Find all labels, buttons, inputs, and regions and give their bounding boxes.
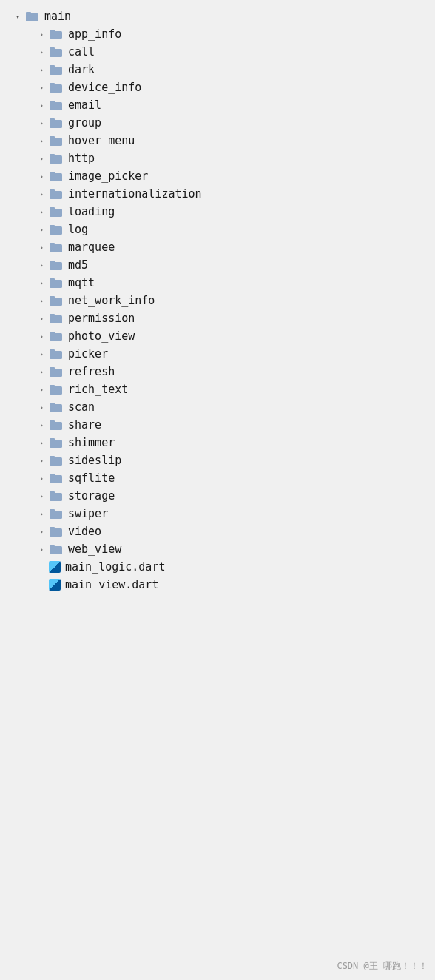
tree-item-hover-menu[interactable]: hover_menu [0, 132, 435, 150]
item-label-main: main [44, 10, 71, 23]
chevron-icon-7 [36, 152, 47, 164]
folder-icon-22 [49, 419, 64, 431]
watermark: CSDN @王 哪跑！！！ [337, 960, 428, 973]
svg-rect-7 [50, 65, 55, 68]
folder-icon-19 [49, 366, 64, 377]
dart-icon-30 [49, 561, 61, 573]
folder-icon-14 [49, 277, 64, 289]
item-label-7: http [68, 152, 95, 165]
item-label-13: md5 [68, 258, 88, 272]
tree-item-permission[interactable]: permission [0, 309, 435, 327]
chevron-icon-1 [36, 46, 47, 58]
tree-item-sideslip[interactable]: sideslip [0, 452, 435, 469]
tree-item-main[interactable]: main [0, 7, 435, 25]
chevron-icon-0 [36, 28, 47, 40]
item-label-31: main_view.dart [65, 578, 158, 591]
tree-item-dark[interactable]: dark [0, 61, 435, 78]
chevron-icon-10 [36, 206, 47, 218]
svg-rect-9 [50, 83, 55, 86]
folder-icon-15 [49, 295, 64, 306]
chevron-icon-9 [36, 188, 47, 200]
folder-icon-2 [49, 64, 64, 75]
svg-rect-55 [50, 491, 55, 494]
tree-item-net-work-info[interactable]: net_work_info [0, 292, 435, 309]
tree-item-sqflite[interactable]: sqflite [0, 469, 435, 487]
svg-rect-31 [50, 278, 55, 281]
chevron-icon-8 [36, 170, 47, 182]
tree-item-rich-text[interactable]: rich_text [0, 380, 435, 398]
tree-item-main-view-dart[interactable]: main_view.dart [0, 576, 435, 594]
tree-item-marquee[interactable]: marquee [0, 238, 435, 256]
chevron-icon-5 [36, 117, 47, 129]
children-container: app_info call dark device_info email gro… [0, 25, 435, 594]
item-label-9: internationalization [68, 187, 202, 201]
chevron-icon-12 [36, 241, 47, 253]
folder-icon-12 [49, 241, 64, 253]
chevron-icon-29 [36, 543, 47, 555]
svg-rect-59 [50, 527, 55, 530]
item-label-11: log [68, 223, 88, 236]
item-label-17: photo_view [68, 329, 135, 343]
item-label-28: video [68, 525, 101, 538]
tree-item-call[interactable]: call [0, 43, 435, 61]
chevron-icon-2 [36, 64, 47, 75]
tree-item-device-info[interactable]: device_info [0, 78, 435, 96]
svg-rect-51 [50, 456, 55, 459]
item-label-1: call [68, 45, 95, 58]
item-label-15: net_work_info [68, 294, 155, 307]
svg-rect-19 [50, 172, 55, 175]
tree-item-refresh[interactable]: refresh [0, 363, 435, 380]
chevron-icon-15 [36, 295, 47, 306]
folder-icon-3 [49, 81, 64, 93]
svg-rect-43 [50, 385, 55, 388]
chevron-icon-20 [36, 383, 47, 395]
folder-icon-5 [49, 117, 64, 129]
tree-item-share[interactable]: share [0, 416, 435, 434]
chevron-icon-13 [36, 259, 47, 271]
svg-rect-1 [26, 12, 31, 15]
tree-item-video[interactable]: video [0, 523, 435, 540]
tree-item-web-view[interactable]: web_view [0, 540, 435, 558]
tree-item-main-logic-dart[interactable]: main_logic.dart [0, 558, 435, 576]
svg-rect-61 [50, 545, 55, 548]
chevron-icon-26 [36, 490, 47, 502]
svg-rect-47 [50, 420, 55, 423]
svg-rect-13 [50, 118, 55, 121]
tree-item-http[interactable]: http [0, 150, 435, 167]
tree-item-app-info[interactable]: app_info [0, 25, 435, 43]
folder-icon-23 [49, 437, 64, 449]
item-label-0: app_info [68, 27, 121, 41]
tree-item-md5[interactable]: md5 [0, 256, 435, 274]
svg-rect-35 [50, 314, 55, 317]
chevron-icon-24 [36, 454, 47, 466]
folder-icon-26 [49, 490, 64, 502]
folder-icon-21 [49, 401, 64, 413]
tree-item-group[interactable]: group [0, 114, 435, 132]
chevron-icon-6 [36, 135, 47, 147]
tree-item-storage[interactable]: storage [0, 487, 435, 505]
svg-rect-29 [50, 261, 55, 264]
tree-item-shimmer[interactable]: shimmer [0, 434, 435, 452]
item-label-4: email [68, 98, 101, 112]
tree-item-image-picker[interactable]: image_picker [0, 167, 435, 185]
tree-item-log[interactable]: log [0, 221, 435, 238]
item-label-24: sideslip [68, 454, 121, 467]
item-label-3: device_info [68, 81, 141, 94]
item-label-6: hover_menu [68, 134, 135, 147]
tree-item-email[interactable]: email [0, 96, 435, 114]
chevron-icon-16 [36, 312, 47, 324]
chevron-icon-22 [36, 419, 47, 431]
tree-item-loading[interactable]: loading [0, 203, 435, 221]
chevron-icon-11 [36, 224, 47, 235]
tree-item-swiper[interactable]: swiper [0, 505, 435, 523]
tree-item-mqtt[interactable]: mqtt [0, 274, 435, 292]
folder-icon-13 [49, 259, 64, 271]
svg-rect-39 [50, 349, 55, 352]
svg-rect-45 [50, 403, 55, 406]
item-label-10: loading [68, 205, 115, 218]
svg-rect-33 [50, 296, 55, 299]
tree-item-scan[interactable]: scan [0, 398, 435, 416]
tree-item-picker[interactable]: picker [0, 345, 435, 363]
tree-item-internationalization[interactable]: internationalization [0, 185, 435, 203]
tree-item-photo-view[interactable]: photo_view [0, 327, 435, 345]
